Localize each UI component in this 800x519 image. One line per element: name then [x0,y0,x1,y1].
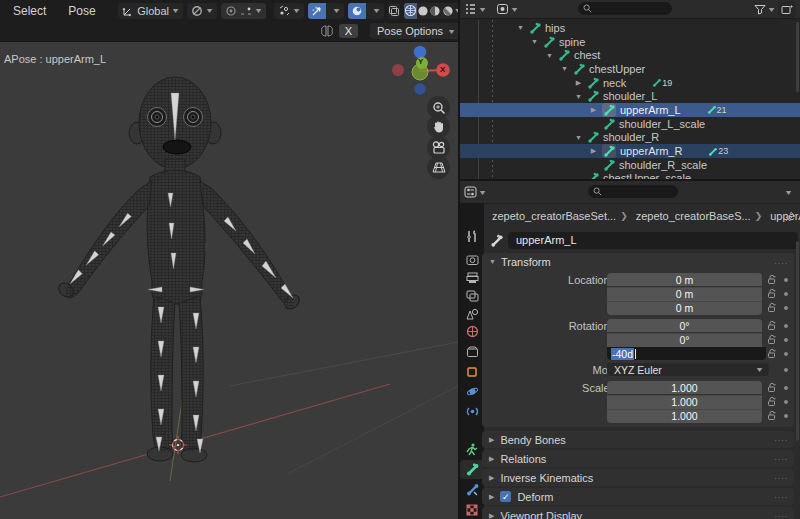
rotation-y-field[interactable]: 0° [607,333,762,347]
outliner-row-hips[interactable]: ▼ hips [460,21,800,35]
expand-arrow[interactable]: ▶ [589,106,598,114]
lock-icon[interactable] [767,396,777,407]
tab-object-data-armature[interactable] [460,440,484,459]
pose-options-dropdown[interactable]: Pose Options ▼ [370,23,462,39]
tab-texture[interactable] [460,500,484,519]
tab-tool[interactable] [460,227,484,246]
breadcrumb-object[interactable]: zepeto_creatorBaseSet... [492,210,616,222]
tab-world[interactable] [460,322,484,341]
outliner-row-chestupper-scale[interactable]: chestUpper_scale [460,172,800,179]
shading-material-button[interactable] [429,3,441,19]
animate-dot[interactable] [784,338,788,342]
xray-toggle[interactable] [388,3,400,19]
outliner-row-shoulder-r-scale[interactable]: shoulder_R_scale [460,158,800,172]
snap-toggle-dropdown[interactable]: ▼ [308,3,344,19]
drag-handle[interactable]: ∙∙∙∙ [774,454,788,464]
animate-dot[interactable] [784,292,788,296]
tab-output[interactable] [460,268,484,287]
pivot-point-dropdown[interactable]: ▼ [274,3,304,19]
scale-z-field[interactable]: 1.000 [607,409,762,423]
menu-pose[interactable]: Pose [59,2,104,20]
pin-icon[interactable] [785,211,796,222]
panel-relations[interactable]: ▶Relations ∙∙∙∙ [482,450,794,467]
transform-panel-header[interactable]: ▼ Transform ∙∙∙∙ [482,253,794,270]
editor-type-dropdown[interactable]: ▼ [464,3,486,15]
editor-type-dropdown[interactable]: ▼ [464,186,486,198]
snapping-dropdown[interactable]: ▼ [187,3,217,19]
properties-options-chevron[interactable]: ▼ [784,189,793,196]
outliner-row-shoulder-l-scale[interactable]: shoulder_L_scale [460,117,800,131]
expand-arrow[interactable]: ▼ [530,38,539,45]
expand-arrow[interactable]: ▼ [545,52,554,59]
outliner-row-upperarm-r[interactable]: ▶ upperArm_R 23 [460,144,800,158]
pan-hand-button[interactable] [427,115,450,138]
panel-inverse-kinematics[interactable]: ▶Inverse Kinematics ∙∙∙∙ [482,469,794,486]
tab-view-layer[interactable] [460,286,484,305]
pane-divider[interactable] [458,0,460,519]
animate-dot[interactable] [784,278,788,282]
tab-physics[interactable] [460,382,484,401]
tab-scene[interactable] [460,304,484,323]
perspective-toggle-button[interactable] [427,156,450,179]
drag-handle[interactable]: ∙∙∙∙ [774,473,788,483]
drag-handle[interactable]: ∙∙∙∙ [774,492,788,502]
animate-dot[interactable] [784,352,788,356]
animate-dot[interactable] [784,306,788,310]
location-z-field[interactable]: 0 m [607,301,762,315]
tab-bone-constraints[interactable] [460,480,484,499]
mirror-butterfly-icon[interactable] [320,25,334,37]
properties-search[interactable] [588,185,678,198]
tab-object[interactable] [460,362,484,381]
shading-wireframe-button[interactable] [404,3,417,19]
scale-y-field[interactable]: 1.000 [607,395,762,409]
animate-dot[interactable] [784,368,788,372]
lock-icon[interactable] [767,274,777,285]
tab-collection[interactable] [460,342,484,361]
rotation-z-field-editing[interactable]: -40d [607,347,766,360]
outliner-row-chest[interactable]: ▼ chest [460,48,800,62]
transform-orientation-dropdown[interactable]: Global ▼ [118,3,183,19]
panel-deform[interactable]: ▶ ✓ Deform ∙∙∙∙ [482,488,794,505]
gizmos-dropdown[interactable]: ▼ [348,3,384,19]
outliner-row-spine[interactable]: ▼ spine [460,35,800,49]
lock-icon[interactable] [767,288,777,299]
expand-arrow[interactable]: ▼ [516,24,525,31]
display-mode-dropdown[interactable]: ▼ [496,3,518,15]
filter-dropdown[interactable]: ▼ [754,4,775,15]
mirror-x-toggle[interactable]: X [339,24,358,38]
lock-icon[interactable] [767,320,777,331]
expand-arrow[interactable]: ▼ [560,65,569,72]
outliner-scrollbar[interactable] [796,22,799,92]
rotation-mode-dropdown[interactable]: XYZ Euler▼ [607,363,769,376]
properties-scrollbar[interactable] [796,241,799,441]
lock-icon[interactable] [767,382,777,393]
expand-arrow[interactable]: ▶ [589,147,598,155]
expand-arrow[interactable]: ▼ [574,93,583,100]
outliner-row-shoulder-l[interactable]: ▼ shoulder_L [460,89,800,103]
outliner-row-neck[interactable]: ▶ neck 19 [460,76,800,90]
animate-dot[interactable] [784,414,788,418]
lock-icon[interactable] [767,334,777,345]
viewport-3d[interactable]: Select Pose Global ▼ ▼ ▼ ▼ [0,0,458,519]
animate-dot[interactable] [784,400,788,404]
drag-handle[interactable]: ∙∙∙∙ [774,258,788,268]
outliner-row-upperarm-l[interactable]: ▶ upperArm_L 21 [460,103,800,117]
tab-render[interactable] [460,250,484,269]
animate-dot[interactable] [784,324,788,328]
scale-x-field[interactable]: 1.000 [607,381,762,394]
navigation-gizmo[interactable]: Y X [388,44,454,100]
animate-dot[interactable] [784,386,788,390]
outliner-row-chestupper[interactable]: ▼ chestUpper [460,62,800,76]
tab-bone[interactable] [460,460,484,479]
bone-name-input[interactable]: upperArm_L [508,232,798,249]
shading-solid-button[interactable] [417,3,429,19]
tab-object-constraints[interactable] [460,402,484,421]
panel-viewport-display[interactable]: ▶Viewport Display ∙∙∙∙ [482,507,794,519]
panel-bendy-bones[interactable]: ▶Bendy Bones ∙∙∙∙ [482,431,794,448]
menu-select[interactable]: Select [4,2,55,20]
proportional-editing-dropdown[interactable]: ▼ [221,3,266,19]
expand-arrow[interactable]: ▼ [574,134,583,141]
drag-handle[interactable]: ∙∙∙∙ [774,511,788,519]
breadcrumb-armature[interactable]: zepeto_creatorBaseS... [636,210,751,222]
location-x-field[interactable]: 0 m [607,273,762,286]
